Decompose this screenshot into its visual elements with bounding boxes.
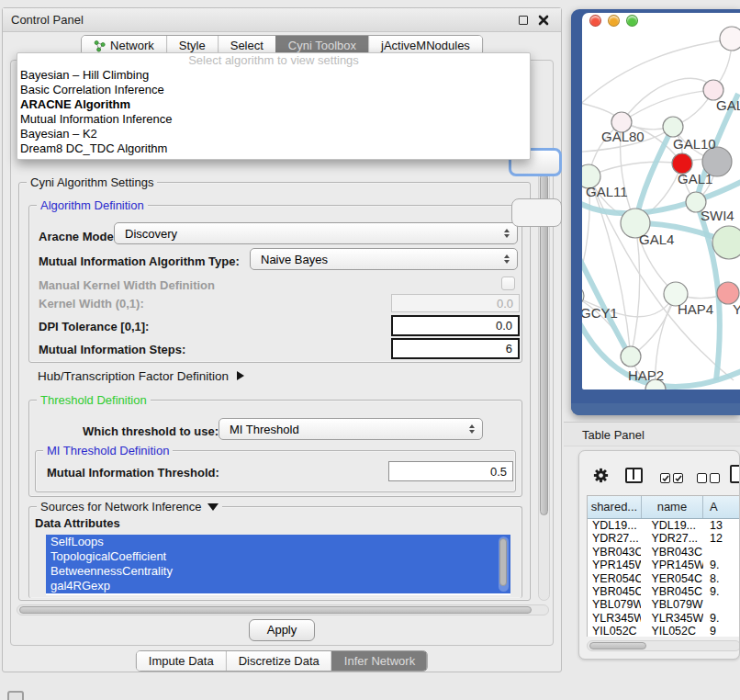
network-canvas[interactable]: GAL80GALGAL10GAL1GAL11SWI4GAL4GCY1HAP4YH…	[582, 13, 740, 390]
aracne-mode-combo[interactable]: Discovery	[114, 222, 518, 244]
tab-discretize-data[interactable]: Discretize Data	[226, 651, 331, 671]
network-node-label: GAL10	[673, 136, 716, 152]
algorithm-item[interactable]: Bayesian – Hill Climbing	[17, 68, 530, 83]
network-node[interactable]	[621, 346, 641, 367]
table-cell: YER054C	[588, 572, 641, 585]
dpi-tolerance-field[interactable]: 0.0	[391, 315, 520, 336]
table-cell: YBL079W	[588, 598, 641, 611]
table-row[interactable]: YIL052CYIL052C9	[588, 625, 740, 637]
attribute-item-selected[interactable]: SelfLoops	[46, 535, 510, 549]
minimize-window-icon[interactable]	[608, 15, 620, 27]
table-row[interactable]: YDR27...YDR27...12	[588, 532, 740, 545]
table-cell	[703, 598, 740, 611]
checked-box-icon	[673, 473, 683, 483]
manual-kernel-label: Manual Kernel Width Definition	[39, 278, 215, 292]
table-row[interactable]: YBR043CYBR043C	[588, 546, 740, 559]
table-cell	[703, 546, 740, 559]
table-cell: YIL052C	[641, 625, 703, 637]
table-cell: YBR043C	[641, 546, 703, 559]
network-node[interactable]	[663, 117, 683, 137]
network-node-label: GAL80	[601, 129, 645, 144]
kernel-width-field[interactable]: 0.0	[391, 294, 520, 312]
attribute-item-selected[interactable]: TopologicalCoefficient	[46, 549, 510, 564]
sources-title: Sources for Network Inference	[40, 500, 202, 514]
expanded-arrow-icon	[207, 503, 219, 511]
table-row[interactable]: YPR145WYPR145W9.	[588, 559, 740, 571]
attribute-item-selected[interactable]: BetweennessCentrality	[46, 564, 510, 579]
table-cell: YLR345W	[588, 612, 641, 625]
toggle-columns-button[interactable]	[625, 468, 643, 483]
network-edge[interactable]	[589, 176, 631, 356]
table-row[interactable]: YBR045CYBR045C9.	[588, 585, 740, 598]
algorithm-item[interactable]: ARACNE Algorithm	[17, 97, 530, 112]
mi-threshold-field[interactable]: 0.5	[388, 461, 513, 481]
data-attributes-list[interactable]: SelfLoopsTopologicalCoefficientBetweenne…	[46, 535, 510, 595]
network-graph[interactable]: GAL80GALGAL10GAL1GAL11SWI4GAL4GCY1HAP4YH…	[582, 13, 740, 390]
table-settings-button[interactable]	[592, 467, 610, 488]
node-attribute-table[interactable]: shared... name A YDL19...YDL19...13YDR27…	[587, 495, 740, 637]
which-threshold-value: MI Threshold	[230, 423, 299, 436]
hub-definition-toggle[interactable]: Hub/Transcription Factor Definition	[38, 369, 244, 383]
group-title: Algorithm Definition	[37, 198, 148, 212]
table-row[interactable]: YLR345WYLR345W9.	[588, 612, 740, 625]
minimized-panel-icon[interactable]	[7, 691, 24, 700]
table-horizontal-scrollbar[interactable]	[587, 640, 740, 651]
select-all-button[interactable]	[660, 470, 686, 487]
network-node[interactable]	[720, 27, 740, 51]
tab-impute-data[interactable]: Impute Data	[137, 651, 226, 671]
columns-icon	[625, 468, 643, 483]
algorithm-item[interactable]: Dream8 DC_TDC Algorithm	[17, 141, 530, 156]
mi-steps-field[interactable]: 6	[391, 338, 520, 359]
collapsed-arrow-icon	[237, 371, 244, 380]
kernel-width-value: 0.0	[497, 297, 513, 310]
tab-label: Select	[230, 39, 263, 52]
table-cell: YBR043C	[588, 546, 641, 559]
column-header-name[interactable]: name	[642, 496, 703, 518]
tab-label: Impute Data	[149, 654, 214, 668]
scrollbar-thumb[interactable]	[19, 606, 532, 614]
algorithm-item[interactable]: Basic Correlation Inference	[17, 83, 530, 97]
network-edge[interactable]	[589, 162, 682, 176]
checked-box-icon	[660, 473, 670, 483]
tab-infer-network[interactable]: Infer Network	[331, 651, 427, 671]
new-table-button[interactable]	[730, 465, 740, 483]
network-edge[interactable]	[582, 39, 732, 116]
attribute-item-selected[interactable]: gal4RGexp	[46, 579, 510, 593]
network-node-label: HAP2	[628, 367, 664, 383]
scrollbar-thumb[interactable]	[589, 642, 646, 649]
deselect-all-button[interactable]	[697, 470, 723, 487]
network-edge[interactable]	[622, 78, 713, 122]
table-row[interactable]: YER054CYER054C8.	[588, 572, 740, 585]
mi-type-combo[interactable]: Naive Bayes	[250, 248, 518, 270]
network-node[interactable]	[712, 226, 740, 259]
table-row[interactable]: YBL079WYBL079W	[588, 598, 740, 611]
settings-horizontal-scrollbar[interactable]	[17, 604, 549, 615]
mi-type-value: Naive Bayes	[261, 253, 328, 266]
dpi-tolerance-label: DPI Tolerance [0,1]:	[39, 320, 149, 333]
close-panel-icon[interactable]	[538, 15, 549, 26]
algorithm-item[interactable]: Bayesian – K2	[17, 127, 530, 141]
column-header-partial[interactable]: A	[703, 496, 740, 518]
column-header-shared-name[interactable]: shared...	[588, 496, 642, 518]
cyni-bottom-tabbar: Impute Data Discretize Data Infer Networ…	[136, 650, 428, 672]
zoom-window-icon[interactable]	[626, 15, 638, 27]
list-scrollbar-thumb[interactable]	[499, 538, 507, 586]
group-title[interactable]: Sources for Network Inference	[37, 500, 222, 514]
float-panel-icon[interactable]	[519, 16, 528, 25]
table-row[interactable]: YDL19...YDL19...13	[588, 519, 740, 532]
kernel-width-label: Kernel Width (0,1):	[39, 297, 144, 310]
network-node[interactable]	[582, 286, 584, 306]
table-cell: YDL19...	[588, 519, 641, 532]
algorithm-item[interactable]: Mutual Information Inference	[17, 112, 530, 127]
table-cell: 9.	[703, 559, 740, 571]
manual-kernel-checkbox[interactable]	[501, 277, 515, 290]
table-selection-combo-partial[interactable]	[511, 198, 562, 227]
table-cell: 12	[703, 532, 740, 545]
which-threshold-combo[interactable]: MI Threshold	[219, 418, 483, 440]
list-scrollbar[interactable]	[499, 536, 509, 592]
network-edge-strong[interactable]	[696, 202, 720, 380]
table-cell: 9.	[703, 585, 740, 598]
mi-type-label: Mutual Information Algorithm Type:	[39, 254, 240, 268]
close-window-icon[interactable]	[589, 15, 601, 27]
apply-button[interactable]: Apply	[249, 619, 315, 641]
